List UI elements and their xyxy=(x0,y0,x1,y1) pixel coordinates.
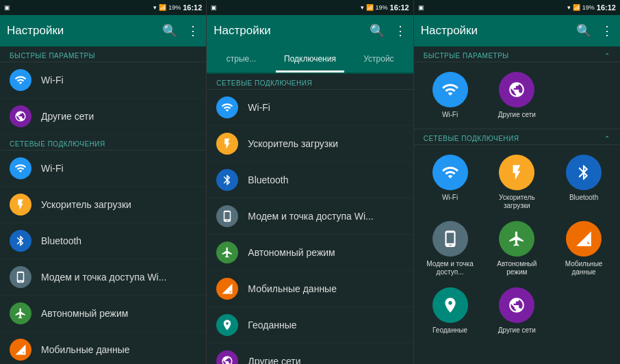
grid-geo-net-3[interactable]: Геоданные xyxy=(417,282,484,340)
tab-connections-2[interactable]: Подключения xyxy=(276,47,344,73)
app-title-3: Настройки xyxy=(421,24,567,38)
booster-icon-1 xyxy=(10,194,31,216)
status-left-3: ▣ xyxy=(418,4,424,11)
more-button-2[interactable]: ⋮ xyxy=(394,23,406,38)
search-button-1[interactable]: 🔍 xyxy=(162,23,177,38)
geo-label-2: Геоданные xyxy=(248,320,296,330)
status-bar-1: ▣ ▾ 📶 19% 16:12 xyxy=(0,0,206,15)
othernet-icon-1 xyxy=(10,105,31,127)
list-item-wifi-quick-1[interactable]: Wi-Fi xyxy=(0,62,206,99)
panel-2: ▣ ▾ 📶 19% 16:12 Настройки 🔍 ⋮ стрые... П… xyxy=(207,0,413,364)
list-item-othernet-2[interactable]: Другие сети xyxy=(207,343,413,364)
grid-wifi-net-3[interactable]: Wi-Fi xyxy=(417,149,484,216)
grid-othernet-label-3: Другие сети xyxy=(498,111,536,119)
wifi-status-icon-2: ▾ xyxy=(361,4,364,11)
list-item-modem-2[interactable]: Модем и точка доступа Wi... xyxy=(207,198,413,235)
modem-label-1: Модем и точка доступа Wi... xyxy=(41,272,166,283)
grid-booster-net-3[interactable]: Ускоритель загрузки xyxy=(483,149,550,216)
tab-bar-2: стрые... Подключения Устройс xyxy=(207,47,413,74)
screen-icon-2: ▣ xyxy=(211,4,217,11)
tab-devices-2[interactable]: Устройс xyxy=(344,47,413,73)
list-item-airplane-1[interactable]: Автономный режим xyxy=(0,296,206,332)
grid-othernet-net-label-3: Другие сети xyxy=(498,326,536,335)
list-item-wifi-net-1[interactable]: Wi-Fi xyxy=(0,151,206,187)
list-item-wifi-2[interactable]: Wi-Fi xyxy=(207,90,413,126)
airplane-icon-2 xyxy=(216,242,238,263)
quick-grid-3: Wi-Fi Другие сети xyxy=(414,62,620,129)
othernet-icon-2 xyxy=(216,350,238,364)
list-item-airplane-2[interactable]: Автономный режим xyxy=(207,235,413,271)
grid-wifi-label-quick-3: Wi-Fi xyxy=(442,111,458,119)
grid-mobile-net-3[interactable]: Мобильные данные xyxy=(550,216,617,282)
status-right-1: ▾ 📶 19% 16:12 xyxy=(153,3,202,12)
mobile-icon-2 xyxy=(216,278,238,300)
grid-airplane-net-3[interactable]: Автономный режим xyxy=(483,216,550,282)
collapse-quick-icon-3: ⌃ xyxy=(604,52,610,60)
tab-quick-label-2: стрые... xyxy=(227,54,256,64)
grid-airplane-icon-3 xyxy=(499,221,534,257)
grid-modem-label-3: Модем и точка доступ... xyxy=(419,260,481,276)
booster-icon-2 xyxy=(216,133,238,155)
panel-3: ▣ ▾ 📶 19% 16:12 Настройки 🔍 ⋮ БЫСТРЫЕ ПА… xyxy=(414,0,620,364)
battery-text-2: 19% xyxy=(376,4,388,11)
othernet-label-2: Другие сети xyxy=(248,356,300,364)
wifi-status-icon-1: ▾ xyxy=(153,4,157,11)
wifi-icon-net-1 xyxy=(10,157,31,179)
grid-booster-icon-3 xyxy=(499,155,534,190)
list-item-mobile-2[interactable]: Мобильные данные xyxy=(207,271,413,307)
list-item-bluetooth-1[interactable]: Bluetooth xyxy=(0,223,206,259)
section-header-quick-3[interactable]: БЫСТРЫЕ ПАРАМЕТРЫ ⌃ xyxy=(414,47,620,62)
list-item-modem-1[interactable]: Модем и точка доступа Wi... xyxy=(0,259,206,296)
airplane-icon-1 xyxy=(10,302,31,324)
tab-devices-label-2: Устройс xyxy=(363,54,393,64)
signal-icon-2: 📶 xyxy=(366,4,374,11)
tab-quick-2[interactable]: стрые... xyxy=(207,47,275,73)
grid-othernet-net-3[interactable]: Другие сети xyxy=(483,282,550,340)
grid-geo-icon-3 xyxy=(432,287,468,323)
wifi-icon-2 xyxy=(216,96,238,118)
status-right-3: ▾ 📶 19% 16:12 xyxy=(567,3,616,12)
panel-1: ▣ ▾ 📶 19% 16:12 Настройки 🔍 ⋮ БЫСТРЫЕ ПА… xyxy=(0,0,207,364)
content-3: БЫСТРЫЕ ПАРАМЕТРЫ ⌃ Wi-Fi Другие сети СЕ… xyxy=(414,47,620,364)
grid-othernet-icon-3 xyxy=(499,72,534,107)
othernet-label-1: Другие сети xyxy=(41,111,94,122)
time-1: 16:12 xyxy=(183,3,202,12)
grid-bluetooth-net-3[interactable]: Bluetooth xyxy=(550,149,617,216)
list-item-booster-2[interactable]: Ускоритель загрузки xyxy=(207,126,413,162)
list-item-mobile-1[interactable]: Мобильные данные xyxy=(0,332,206,364)
airplane-label-1: Автономный режим xyxy=(41,308,128,319)
search-button-2[interactable]: 🔍 xyxy=(370,23,385,38)
grid-wifi-quick-3[interactable]: Wi-Fi xyxy=(417,66,484,125)
grid-modem-net-3[interactable]: Модем и точка доступ... xyxy=(417,216,484,282)
grid-geo-label-3: Геоданные xyxy=(432,326,467,335)
grid-othernet-net-icon-3 xyxy=(499,287,534,323)
more-button-1[interactable]: ⋮ xyxy=(187,23,199,38)
list-item-geo-2[interactable]: Геоданные xyxy=(207,307,413,343)
list-item-booster-1[interactable]: Ускоритель загрузки xyxy=(0,187,206,223)
grid-bluetooth-label-3: Bluetooth xyxy=(569,194,598,202)
battery-text-1: 19% xyxy=(168,4,181,11)
airplane-label-2: Автономный режим xyxy=(248,247,335,258)
app-bar-3: Настройки 🔍 ⋮ xyxy=(414,15,620,47)
more-button-3[interactable]: ⋮ xyxy=(601,23,613,38)
bluetooth-icon-1 xyxy=(10,230,31,252)
geo-icon-2 xyxy=(216,314,238,336)
grid-airplane-label-3: Автономный режим xyxy=(486,260,547,276)
section-header-net-1: СЕТЕВЫЕ ПОДКЛЮЧЕНИЯ xyxy=(0,135,206,151)
modem-label-2: Модем и точка доступа Wi... xyxy=(248,211,373,222)
section-header-quick-label-3: БЫСТРЫЕ ПАРАМЕТРЫ xyxy=(424,52,509,60)
search-button-3[interactable]: 🔍 xyxy=(576,23,591,38)
section-header-net-3[interactable]: СЕТЕВЫЕ ПОДКЛЮЧЕНИЯ ⌃ xyxy=(414,129,620,145)
app-title-2: Настройки xyxy=(214,24,359,38)
status-left-2: ▣ xyxy=(211,4,217,11)
wifi-label-quick-1: Wi-Fi xyxy=(41,75,64,86)
mobile-label-1: Мобильные данные xyxy=(41,344,130,355)
grid-bluetooth-icon-3 xyxy=(566,155,602,190)
wifi-icon-quick-1 xyxy=(10,69,31,91)
list-item-othernet-1[interactable]: Другие сети xyxy=(0,99,206,135)
app-title-1: Настройки xyxy=(7,24,153,38)
grid-othernet-quick-3[interactable]: Другие сети xyxy=(483,66,550,125)
status-bar-2: ▣ ▾ 📶 19% 16:12 xyxy=(207,0,413,15)
list-item-bluetooth-2[interactable]: Bluetooth xyxy=(207,162,413,198)
content-1: БЫСТРЫЕ ПАРАМЕТРЫ Wi-Fi Другие сети СЕТЕ… xyxy=(0,47,206,364)
